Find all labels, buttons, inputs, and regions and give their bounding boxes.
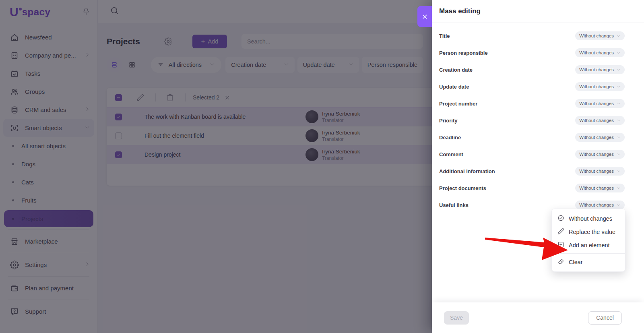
field-label: Deadline — [439, 134, 461, 141]
panel-footer: Save Cancel — [432, 302, 644, 333]
menu-item-replace-the-value[interactable]: Replace the value — [552, 225, 625, 238]
menu-item-label: Replace the value — [569, 229, 615, 235]
chevron-down-icon — [617, 152, 621, 156]
chevron-down-icon — [617, 186, 621, 190]
chevron-down-icon — [617, 51, 621, 55]
field-row-comment: Comment Without changes — [439, 146, 625, 163]
menu-item-add-an-element[interactable]: Add an element — [552, 238, 625, 252]
field-row-project-documents: Project documents Without changes — [439, 180, 625, 196]
field-row-priority: Priority Without changes — [439, 112, 625, 129]
field-label: Title — [439, 33, 450, 39]
menu-item-without-changes[interactable]: Without changes — [552, 212, 625, 225]
field-row-creation-date: Creation date Without changes — [439, 61, 625, 78]
menu-item-label: Without changes — [569, 215, 612, 222]
field-value-dropdown[interactable]: Without changes — [575, 150, 625, 159]
field-row-person-responsible: Person responsible Without changes — [439, 44, 625, 61]
field-row-additional-information: Additional information Without changes — [439, 163, 625, 180]
eraser-icon — [557, 258, 564, 266]
field-label: Creation date — [439, 67, 473, 73]
field-options-menu: Without changes Replace the value Add an… — [551, 209, 625, 272]
field-label: Project number — [439, 101, 477, 107]
field-value-dropdown[interactable]: Without changes — [575, 167, 625, 176]
field-value-dropdown[interactable]: Without changes — [575, 201, 625, 209]
field-value-dropdown[interactable]: Without changes — [575, 184, 625, 192]
panel-fields: Title Without changes Person responsible… — [432, 23, 644, 213]
field-label: Additional information — [439, 168, 495, 174]
field-value-dropdown[interactable]: Without changes — [575, 133, 625, 142]
panel-title: Mass editing — [432, 0, 644, 23]
field-label: Project documents — [439, 185, 486, 191]
field-value-dropdown[interactable]: Without changes — [575, 99, 625, 108]
close-panel-button[interactable] — [417, 6, 432, 27]
app-root: U spacy Newsfeed Company and pe... Tasks — [0, 0, 644, 333]
pencil-icon — [557, 228, 564, 236]
field-row-project-number: Project number Without changes — [439, 95, 625, 112]
cancel-button[interactable]: Cancel — [588, 311, 622, 325]
divider — [552, 253, 625, 254]
menu-item-label: Add an element — [569, 242, 610, 248]
field-label: Useful links — [439, 202, 469, 208]
field-value-dropdown[interactable]: Without changes — [575, 82, 625, 91]
chevron-down-icon — [617, 101, 621, 105]
check-circle-icon — [557, 215, 564, 223]
field-row-deadline: Deadline Without changes — [439, 129, 625, 146]
field-row-title: Title Without changes — [439, 27, 625, 44]
chevron-down-icon — [617, 169, 621, 173]
chevron-down-icon — [617, 68, 621, 72]
chevron-down-icon — [617, 85, 621, 89]
field-value-dropdown[interactable]: Without changes — [575, 116, 625, 125]
field-label: Update date — [439, 84, 469, 90]
chevron-down-icon — [617, 118, 621, 122]
menu-item-label: Clear — [569, 259, 583, 265]
chevron-down-icon — [617, 203, 621, 207]
chevron-down-icon — [617, 135, 621, 139]
field-value-dropdown[interactable]: Without changes — [575, 65, 625, 74]
save-button[interactable]: Save — [444, 311, 469, 325]
field-row-update-date: Update date Without changes — [439, 78, 625, 95]
mass-editing-panel: Mass editing Title Without changes Perso… — [432, 0, 644, 333]
menu-item-clear[interactable]: Clear — [552, 255, 625, 269]
field-value-dropdown[interactable]: Without changes — [575, 31, 625, 40]
field-label: Person responsible — [439, 50, 488, 56]
chevron-down-icon — [617, 34, 621, 38]
field-value-dropdown[interactable]: Without changes — [575, 48, 625, 57]
modal-dim-overlay[interactable] — [0, 0, 432, 333]
plus-square-icon — [557, 241, 564, 249]
field-label: Comment — [439, 151, 463, 157]
field-label: Priority — [439, 118, 458, 124]
